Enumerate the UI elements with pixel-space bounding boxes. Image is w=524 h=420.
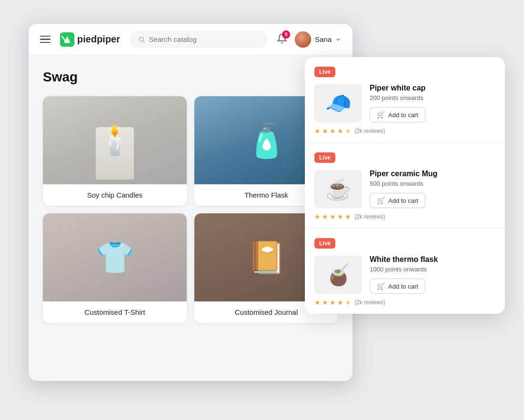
star-4: ★ [337, 127, 343, 135]
product-image-candle [43, 96, 187, 184]
featured-row: 🧢 Piper white cap 200 points onwards 🛒 A… [314, 84, 495, 122]
logo-icon [60, 32, 74, 47]
featured-points: 1000 points onwards [370, 266, 495, 273]
star-3: ★ [330, 127, 336, 135]
notification-button[interactable]: 9 [277, 33, 287, 46]
add-to-cart-button[interactable]: 🛒 Add to cart [370, 107, 425, 122]
reviews-count: (2k reviews) [354, 299, 385, 306]
featured-info: White thermo flask 1000 points onwards 🛒… [370, 255, 495, 294]
star-1: ★ [314, 213, 321, 220]
star-1: ★ [314, 127, 321, 135]
featured-row: ☕ Piper ceramic Mug 500 points onwards 🛒… [314, 170, 495, 208]
product-card: Soy chip Candles [43, 96, 187, 206]
featured-item-mug: Live ☕ Piper ceramic Mug 500 points onwa… [305, 143, 505, 229]
cart-icon: 🛒 [377, 197, 385, 204]
star-4: ★ [337, 213, 343, 220]
featured-item-cap: Live 🧢 Piper white cap 200 points onward… [305, 57, 505, 143]
search-icon [138, 36, 145, 43]
add-to-cart-button[interactable]: 🛒 Add to cart [370, 279, 425, 294]
star-2: ★ [322, 213, 328, 220]
search-input[interactable] [149, 35, 259, 43]
cart-icon: 🛒 [377, 282, 385, 290]
product-name: Soy chip Candles [43, 184, 187, 206]
product-card: Customised T-Shirt [43, 213, 187, 323]
notification-badge: 9 [282, 30, 290, 39]
star-4: ★ [337, 299, 343, 306]
star-5-half: ★ [345, 299, 351, 306]
star-2: ★ [322, 299, 328, 306]
featured-title: White thermo flask [370, 255, 495, 264]
main-card: piedpiper 9 Sana [29, 24, 353, 381]
svg-point-4 [139, 37, 143, 41]
star-3: ★ [330, 299, 336, 306]
reviews-count: (2k reviews) [354, 128, 385, 134]
avatar [295, 31, 311, 48]
header: piedpiper 9 Sana [29, 24, 353, 55]
product-image-thermos: 🧉 [314, 256, 362, 294]
featured-item-flask: Live 🧉 White thermo flask 1000 points on… [305, 229, 505, 314]
user-name: Sana [315, 35, 332, 43]
add-to-cart-button[interactable]: 🛒 Add to cart [370, 193, 425, 208]
featured-card: Live 🧢 Piper white cap 200 points onward… [305, 57, 505, 314]
featured-info: Piper white cap 200 points onwards 🛒 Add… [370, 84, 495, 122]
product-name: Customised T-Shirt [43, 301, 187, 323]
header-right: 9 Sana [277, 31, 341, 48]
user-menu[interactable]: Sana [295, 31, 341, 48]
svg-line-5 [143, 41, 144, 42]
star-5-half: ★ [345, 127, 351, 135]
product-image-cap: 🧢 [314, 84, 362, 122]
featured-row: 🧉 White thermo flask 1000 points onwards… [314, 255, 495, 294]
featured-points: 500 points onwards [370, 180, 495, 187]
featured-title: Piper white cap [370, 84, 495, 92]
menu-button[interactable] [40, 36, 50, 43]
cart-icon: 🛒 [377, 111, 385, 119]
reviews-count: (2k reviews) [354, 213, 385, 220]
live-badge: Live [314, 238, 335, 249]
featured-info: Piper ceramic Mug 500 points onwards 🛒 A… [370, 170, 495, 208]
chevron-down-icon [335, 37, 341, 42]
product-grid: Soy chip Candles Thermo Flask Customised… [43, 96, 338, 323]
logo-text: piedpiper [77, 34, 120, 45]
stars-row: ★ ★ ★ ★ ★ (2k reviews) [314, 213, 495, 220]
page-title: Swag [43, 70, 338, 85]
main-content: Swag Soy chip Candles Thermo Flask Custo… [29, 55, 353, 342]
featured-points: 200 points onwards [370, 94, 495, 101]
featured-title: Piper ceramic Mug [370, 170, 495, 178]
stars-row: ★ ★ ★ ★ ★ (2k reviews) [314, 299, 495, 306]
star-1: ★ [314, 299, 321, 306]
star-2: ★ [322, 127, 328, 135]
live-badge: Live [314, 67, 335, 77]
stars-row: ★ ★ ★ ★ ★ (2k reviews) [314, 127, 495, 135]
search-bar[interactable] [130, 30, 267, 48]
product-image-tshirt [43, 213, 187, 301]
star-3: ★ [330, 213, 336, 220]
star-5: ★ [345, 213, 351, 220]
logo: piedpiper [60, 32, 120, 47]
live-badge: Live [314, 152, 335, 163]
product-image-mug: ☕ [314, 170, 362, 208]
